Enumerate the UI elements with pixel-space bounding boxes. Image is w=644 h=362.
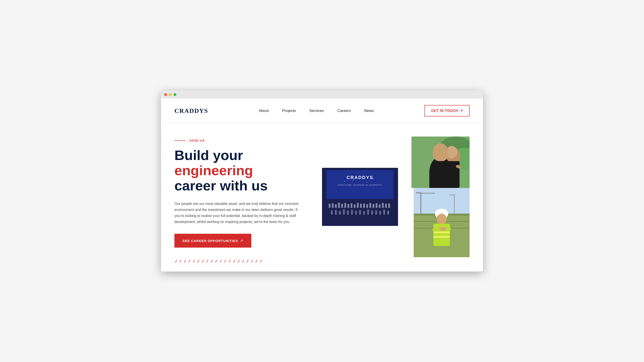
deco-line-10 bbox=[215, 260, 217, 263]
svg-rect-19 bbox=[338, 202, 340, 208]
browser-window: CRADDYS About Projects Services Careers … bbox=[161, 90, 483, 272]
worker-svg bbox=[414, 188, 470, 257]
svg-rect-26 bbox=[360, 204, 362, 208]
decorative-lines bbox=[174, 261, 313, 261]
deco-line-17 bbox=[247, 260, 249, 263]
svg-rect-21 bbox=[344, 203, 346, 208]
minimize-dot[interactable] bbox=[169, 93, 172, 96]
svg-rect-39 bbox=[343, 209, 345, 215]
group-image-box: CRADDYS FORTITUDE: COURAGE IN ADVERSITY bbox=[322, 168, 398, 226]
svg-rect-38 bbox=[339, 211, 341, 215]
heading-part2: career with us bbox=[174, 178, 268, 193]
heading-part1: Build your bbox=[174, 147, 243, 163]
svg-rect-49 bbox=[383, 210, 385, 215]
hero-left: JOIN US Build your engineering career wi… bbox=[174, 137, 322, 261]
svg-rect-43 bbox=[359, 210, 361, 215]
svg-rect-45 bbox=[367, 209, 369, 215]
svg-rect-50 bbox=[387, 211, 389, 215]
nav-link-services[interactable]: Services bbox=[309, 109, 324, 113]
svg-rect-17 bbox=[332, 203, 334, 208]
svg-rect-41 bbox=[351, 210, 353, 215]
get-in-touch-button[interactable]: GET IN TOUCH ↗ bbox=[424, 105, 470, 116]
svg-rect-18 bbox=[335, 204, 337, 208]
heading-highlight: engineering bbox=[174, 163, 253, 178]
svg-rect-24 bbox=[354, 204, 356, 208]
deco-line-16 bbox=[242, 260, 244, 263]
deco-line-4 bbox=[188, 260, 190, 263]
group-image: CRADDYS FORTITUDE: COURAGE IN ADVERSITY bbox=[322, 168, 398, 226]
nav-links: About Projects Services Careers News bbox=[259, 109, 374, 113]
hero-section: JOIN US Build your engineering career wi… bbox=[161, 123, 483, 272]
svg-point-64 bbox=[437, 214, 446, 225]
svg-rect-28 bbox=[366, 204, 368, 208]
svg-point-12 bbox=[344, 181, 345, 182]
svg-rect-55 bbox=[421, 193, 435, 194]
deco-line-19 bbox=[256, 260, 258, 263]
svg-rect-44 bbox=[363, 211, 365, 215]
worker-image-box bbox=[414, 188, 470, 257]
svg-rect-30 bbox=[372, 204, 374, 208]
deco-line-15 bbox=[238, 260, 240, 263]
svg-rect-47 bbox=[375, 210, 377, 215]
svg-rect-66 bbox=[433, 232, 450, 233]
deco-line-9 bbox=[211, 260, 213, 263]
deco-line-2 bbox=[180, 260, 182, 263]
nav-link-projects[interactable]: Projects bbox=[282, 109, 296, 113]
get-in-touch-label: GET IN TOUCH bbox=[431, 109, 458, 113]
svg-text:CRADDYS: CRADDYS bbox=[346, 175, 374, 180]
portrait-image bbox=[412, 137, 470, 188]
nav-item-services[interactable]: Services bbox=[309, 109, 324, 113]
svg-rect-67 bbox=[433, 236, 450, 238]
worker-image bbox=[414, 188, 470, 257]
hero-description: Our people are our most valuable asset, … bbox=[174, 201, 300, 225]
svg-rect-22 bbox=[348, 204, 349, 208]
nav-item-about[interactable]: About bbox=[259, 109, 269, 113]
svg-rect-33 bbox=[382, 203, 384, 208]
cta-career-button[interactable]: SEE CAREER OPPORTUNITIES ↗ bbox=[174, 234, 251, 248]
svg-rect-54 bbox=[416, 192, 421, 193]
svg-rect-37 bbox=[335, 210, 337, 215]
nav-item-news[interactable]: News bbox=[364, 109, 374, 113]
site-logo[interactable]: CRADDYS bbox=[174, 107, 208, 114]
group-svg: CRADDYS FORTITUDE: COURAGE IN ADVERSITY bbox=[322, 168, 398, 226]
svg-rect-53 bbox=[420, 192, 421, 215]
svg-rect-40 bbox=[347, 210, 349, 215]
svg-rect-20 bbox=[341, 204, 343, 208]
svg-point-14 bbox=[366, 182, 367, 183]
nav-link-about[interactable]: About bbox=[259, 109, 269, 113]
svg-rect-32 bbox=[379, 204, 380, 208]
svg-rect-34 bbox=[385, 204, 387, 208]
deco-line-7 bbox=[202, 260, 204, 263]
nav-link-careers[interactable]: Careers bbox=[338, 109, 351, 113]
deco-line-5 bbox=[193, 260, 195, 263]
svg-rect-46 bbox=[371, 210, 373, 215]
svg-rect-36 bbox=[331, 210, 333, 215]
portrait-svg bbox=[412, 137, 470, 188]
join-us-line bbox=[174, 140, 186, 141]
browser-chrome bbox=[161, 90, 483, 98]
svg-rect-29 bbox=[370, 203, 371, 208]
svg-rect-42 bbox=[355, 211, 357, 215]
svg-point-15 bbox=[373, 179, 374, 179]
deco-line-18 bbox=[251, 260, 253, 263]
svg-rect-25 bbox=[357, 203, 359, 208]
deco-line-1 bbox=[175, 260, 177, 263]
nav-item-careers[interactable]: Careers bbox=[338, 109, 351, 113]
fullscreen-dot[interactable] bbox=[174, 93, 176, 96]
hero-right: CRADDYS FORTITUDE: COURAGE IN ADVERSITY bbox=[322, 137, 470, 266]
svg-rect-48 bbox=[379, 211, 381, 215]
navbar: CRADDYS About Projects Services Careers … bbox=[161, 98, 483, 123]
svg-point-6 bbox=[442, 165, 450, 171]
nav-item-projects[interactable]: Projects bbox=[282, 109, 296, 113]
svg-rect-31 bbox=[376, 203, 378, 208]
close-dot[interactable] bbox=[164, 93, 167, 96]
deco-line-14 bbox=[233, 260, 235, 263]
portrait-image-box bbox=[412, 137, 470, 188]
join-us-text: JOIN US bbox=[189, 139, 205, 142]
svg-point-4 bbox=[446, 146, 457, 158]
deco-line-3 bbox=[184, 260, 186, 263]
deco-line-8 bbox=[206, 260, 208, 263]
svg-point-13 bbox=[353, 180, 354, 181]
nav-link-news[interactable]: News bbox=[364, 109, 374, 113]
page-content: CRADDYS About Projects Services Careers … bbox=[161, 98, 483, 272]
